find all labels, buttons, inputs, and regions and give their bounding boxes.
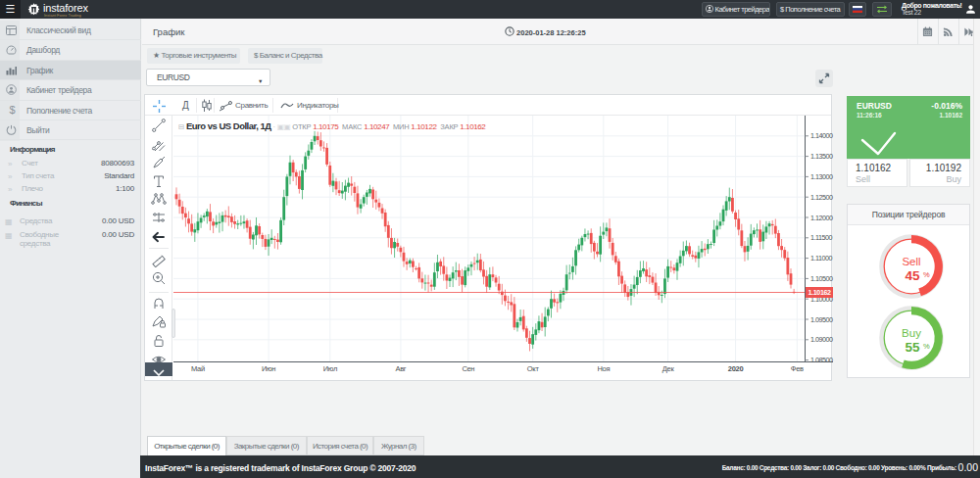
svg-text:Sell: Sell [902,256,920,267]
svg-text:Buy: Buy [902,327,921,339]
svg-text:1.10500: 1.10500 [810,274,833,283]
svg-text:Май: Май [191,364,205,373]
svg-text:Июл: Июл [323,364,337,373]
svg-text:Ноя: Ноя [597,364,610,373]
svg-text:Июн: Июн [262,364,275,373]
svg-text:1.12000: 1.12000 [810,214,833,222]
svg-text:1.08500: 1.08500 [810,356,833,364]
svg-text:1.10162: 1.10162 [808,288,832,297]
svg-text:45: 45 [905,268,920,283]
svg-text:1.09000: 1.09000 [810,335,833,344]
svg-text:Дек: Дек [662,364,675,373]
svg-text:2020: 2020 [728,364,744,373]
svg-text:1.09500: 1.09500 [810,315,833,324]
svg-text:1.12500: 1.12500 [810,193,833,202]
svg-text:1.14000: 1.14000 [810,131,833,140]
svg-text:Авг: Авг [395,364,406,373]
svg-text:1.11500: 1.11500 [810,233,832,242]
svg-text:Фев: Фев [791,364,804,373]
svg-text:1.11000: 1.11000 [810,254,832,263]
svg-text:%: % [923,270,930,279]
svg-text:Сен: Сен [462,364,474,373]
svg-text:1.13000: 1.13000 [810,172,833,181]
svg-text:Окт: Окт [527,364,540,373]
svg-text:%: % [923,342,930,351]
svg-text:1.13500: 1.13500 [810,152,833,161]
svg-text:55: 55 [905,340,920,355]
